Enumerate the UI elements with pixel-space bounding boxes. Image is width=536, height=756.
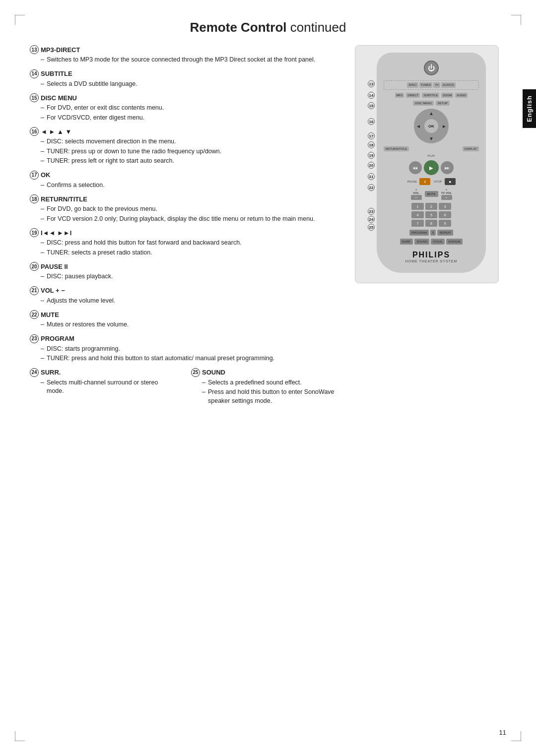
play-label: PLAY xyxy=(428,154,435,157)
section-24-body: Selects multi-channel surround or stereo… xyxy=(30,378,176,396)
num-4-button[interactable]: 4 xyxy=(411,211,424,218)
return-title-button[interactable]: RETURN/TITLE xyxy=(384,146,409,151)
section-16-item-2: TUNER: press up or down to tune the radi… xyxy=(41,147,337,156)
main-layout: 13 MP3-DIRECT Switches to MP3 mode for t… xyxy=(0,45,536,431)
nav-left-arrow[interactable]: ◄ xyxy=(416,124,421,129)
sound-button[interactable]: SOUND xyxy=(414,239,429,245)
corner-tr xyxy=(511,15,521,25)
section-18-body: For DVD, go back to the previous menu. F… xyxy=(30,205,337,223)
section-13: 13 MP3-DIRECT Switches to MP3 mode for t… xyxy=(30,45,337,64)
tvvol-label: TV VOL xyxy=(441,191,452,194)
section-13-title: 13 MP3-DIRECT xyxy=(30,45,337,54)
disc-button[interactable]: DISC/ xyxy=(407,82,418,88)
philips-brand: PHILIPS HOME THEATER SYSTEM xyxy=(405,251,458,263)
section-24-label: SURR. xyxy=(41,369,61,376)
prev-button[interactable]: ⏮ xyxy=(409,161,422,174)
section-23-body: DISC: starts programming. TUNER: press a… xyxy=(30,345,337,363)
num-3-button[interactable]: 3 xyxy=(439,203,451,210)
corner-br xyxy=(511,731,521,741)
program-button[interactable]: PROGRAM xyxy=(409,230,429,236)
num-9-button[interactable]: 9 xyxy=(439,220,451,227)
remote-area: 13 14 15 16 17 18 19 20 21 22 23 24 25 xyxy=(368,53,486,273)
section-23-label: PROGRAM xyxy=(41,335,74,342)
section-19-item-1: DISC: press and hold this button for fas… xyxy=(41,239,337,248)
section-20-num: 20 xyxy=(30,262,39,271)
mp3-button[interactable]: MP3 xyxy=(395,93,404,98)
section-20-label: PAUSE II xyxy=(41,263,68,270)
section-19-num: 19 xyxy=(30,228,39,237)
next-button[interactable]: ⏭ xyxy=(441,161,454,174)
discmenu-setup-row: DISC MENU SETUP xyxy=(384,101,479,106)
section-22-body: Mutes or restores the volume. xyxy=(30,320,337,329)
section-22-item-1: Mutes or restores the volume. xyxy=(41,320,337,329)
num-7-button[interactable]: 7 xyxy=(411,220,424,227)
label-17: 17 xyxy=(368,132,375,140)
direct-button[interactable]: DIRECT xyxy=(406,93,420,98)
section-19-item-2: TUNER: selects a preset radio station. xyxy=(41,249,337,257)
nav-right-arrow[interactable]: ► xyxy=(442,124,447,129)
section-14-item-1: Selects a DVD subtitle language. xyxy=(41,80,337,89)
aux-button[interactable]: AUX/CD xyxy=(441,82,456,88)
playback-row: ⏮ ▶ ⏭ xyxy=(384,160,479,175)
disc-menu-button[interactable]: DISC MENU xyxy=(413,101,434,106)
section-25-item-2: Press and hold this button to enter Sono… xyxy=(202,388,337,405)
karaok-button[interactable]: KARAOK xyxy=(446,239,463,245)
play-button[interactable]: ▶ xyxy=(424,160,439,175)
nav-up-arrow[interactable]: ▲ xyxy=(429,111,434,116)
stop-button[interactable]: ■ xyxy=(445,178,456,185)
section-21-title: 21 VOL + − xyxy=(30,286,337,295)
repeat-button[interactable]: REPEAT xyxy=(437,230,453,236)
tv-button[interactable]: TV xyxy=(433,82,440,88)
section-24-title: 24 SURR. xyxy=(30,368,176,377)
section-13-item-1: Switches to MP3 mode for the source conn… xyxy=(41,56,337,64)
section-24: 24 SURR. Selects multi-channel surround … xyxy=(30,368,176,407)
display-button[interactable]: DISPLAY xyxy=(463,146,479,151)
num-8-button[interactable]: 8 xyxy=(425,220,438,227)
tvvol-plus: + xyxy=(446,188,448,191)
tvvol-down-button[interactable]: − xyxy=(441,195,452,200)
label-21: 21 xyxy=(368,170,375,184)
label-19: 19 xyxy=(368,150,375,161)
audio-button[interactable]: AUDIO xyxy=(455,93,468,98)
power-button[interactable]: ⏻ xyxy=(424,61,439,75)
section-23: 23 PROGRAM DISC: starts programming. TUN… xyxy=(30,334,337,363)
section-21-body: Adjusts the volume level. xyxy=(30,297,337,306)
section-23-num: 23 xyxy=(30,334,39,343)
num-5-button[interactable]: 5 xyxy=(425,211,438,218)
subtitle-button[interactable]: SUBTITLE xyxy=(422,93,439,98)
section-20: 20 PAUSE II DISC: pauses playback. xyxy=(30,262,337,281)
section-17-item-1: Confirms a selection. xyxy=(41,181,337,190)
section-20-item-1: DISC: pauses playback. xyxy=(41,272,337,281)
zero-button[interactable]: 0 xyxy=(430,230,436,236)
section-22-label: MUTE xyxy=(41,311,59,318)
zoom-button[interactable]: ZOOM xyxy=(441,93,453,98)
philips-subtitle: HOME THEATER SYSTEM xyxy=(405,259,458,263)
section-23-item-2: TUNER: press and hold this button to sta… xyxy=(41,354,337,363)
num-1-button[interactable]: 1 xyxy=(411,203,424,210)
label-24: 24 xyxy=(368,215,375,223)
num-6-button[interactable]: 6 xyxy=(439,211,451,218)
section-15-num: 15 xyxy=(30,93,39,102)
mute-button[interactable]: MUTE xyxy=(425,191,438,197)
remote-body: ⏻ DISC/ TUNER TV AUX/CD MP3 DIRECT SUBTI… xyxy=(377,53,486,273)
section-17-label: OK xyxy=(41,171,51,179)
setup-button[interactable]: SETUP xyxy=(436,101,450,106)
section-18-item-2: For VCD version 2.0 only; During playbac… xyxy=(41,215,337,224)
section-25-num: 25 xyxy=(191,368,200,377)
num-2-button[interactable]: 2 xyxy=(425,203,438,210)
ok-button[interactable]: OK xyxy=(424,119,438,133)
vol-down-button[interactable]: − xyxy=(411,195,422,200)
section-25-item-1: Selects a predefined sound effect. xyxy=(202,378,337,387)
label-20: 20 xyxy=(368,161,375,170)
vocal-button[interactable]: VOCAL xyxy=(431,239,445,245)
numpad: 1 2 3 4 5 6 7 8 9 xyxy=(411,203,451,227)
tuner-button[interactable]: TUNER xyxy=(419,82,433,88)
page-title-bold: Remote Control xyxy=(190,20,287,35)
nav-down-arrow[interactable]: ▼ xyxy=(429,136,434,141)
section-17: 17 OK Confirms a selection. xyxy=(30,171,337,190)
section-18: 18 RETURN/TITLE For DVD, go back to the … xyxy=(30,194,337,223)
lang-tab: English xyxy=(523,89,536,128)
surr-button[interactable]: SURR. xyxy=(400,239,413,245)
section-20-title: 20 PAUSE II xyxy=(30,262,337,271)
pause-button[interactable]: II xyxy=(419,178,430,185)
